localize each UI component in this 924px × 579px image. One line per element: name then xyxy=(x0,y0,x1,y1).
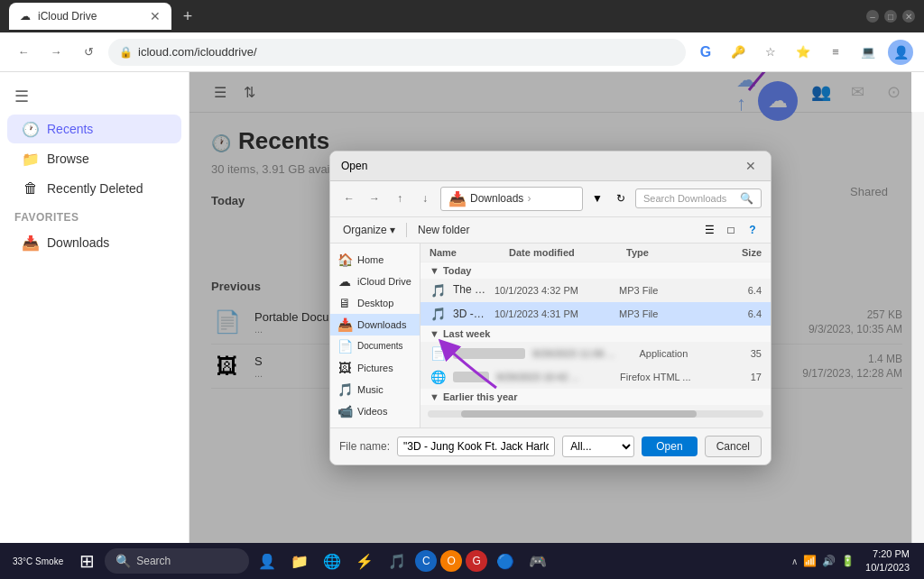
sidebar-item-recents[interactable]: 🕐 Recents xyxy=(7,115,181,143)
dialog-left-icloud[interactable]: ☁ iCloud Drive xyxy=(330,271,420,292)
blurred-row-2[interactable]: 🌐 9/29/2023 10:42 ... Firefox HTML ... 1… xyxy=(420,365,771,389)
left-downloads-label: Downloads xyxy=(357,319,406,330)
mp3-icon-1: 🎵 xyxy=(430,282,446,299)
sidebar-item-browse-label: Browse xyxy=(47,152,89,166)
close-window-button[interactable]: ✕ xyxy=(902,10,915,23)
dialog-file-row-1[interactable]: 🎵 The Rose (더로즈) – You're Beautif... 10/… xyxy=(420,279,771,302)
taskbar-game-icon[interactable]: 🎮 xyxy=(523,547,552,575)
tab-menu-icon[interactable]: ≡ xyxy=(823,40,848,65)
dialog-cancel-button[interactable]: Cancel xyxy=(705,436,762,457)
dialog-refresh-button[interactable]: ↻ xyxy=(612,189,630,207)
taskbar-search[interactable]: 🔍 Search xyxy=(105,548,249,574)
address-bar[interactable]: 🔒 icloud.com/iclouddrive/ xyxy=(108,39,686,66)
browse-icon: 📁 xyxy=(22,150,40,168)
taskbar-music-icon[interactable]: 🎵 xyxy=(383,547,411,575)
tray-battery[interactable]: 🔋 xyxy=(841,555,855,567)
videos-icon: 📹 xyxy=(337,404,352,418)
sidebar-item-browse[interactable]: 📁 Browse xyxy=(7,144,181,173)
new-folder-button[interactable]: New folder xyxy=(414,222,473,238)
dialog-file-row-2[interactable]: 🎵 3D - Jung Kook Ft. Jack Harlow (T... 1… xyxy=(420,302,771,326)
dialog-left-panel: 🏠 Home ☁ iCloud Drive 🖥 Desktop xyxy=(330,244,420,427)
col-date-header: Date modified xyxy=(509,247,626,258)
scrollbar[interactable] xyxy=(911,112,924,543)
left-home-label: Home xyxy=(357,254,383,265)
dialog-left-home[interactable]: 🏠 Home xyxy=(330,249,420,271)
filename-input[interactable] xyxy=(397,437,555,456)
tab-bar: ☁ iCloud Drive ✕ + – □ ✕ xyxy=(0,0,924,32)
sidebar-item-recently-deleted-label: Recently Deleted xyxy=(47,181,143,196)
taskbar-chrome-icon[interactable]: 🔵 xyxy=(491,547,520,575)
taskbar-edge-icon[interactable]: 🌐 xyxy=(318,547,346,575)
active-tab[interactable]: ☁ iCloud Drive ✕ xyxy=(9,3,171,30)
dialog-nav: ← → ↑ ↓ 📥 Downloads › ▼ ↻ Search Downloa… xyxy=(330,181,771,217)
clock: 7:20 PM 10/1/2023 xyxy=(858,547,917,575)
star-icon[interactable]: ⭐ xyxy=(790,40,816,65)
dialog-path-expand[interactable]: ▼ xyxy=(588,189,606,207)
tab-title: iCloud Drive xyxy=(38,10,97,23)
last-week-section-header: ▼ Last week xyxy=(420,326,771,342)
refresh-button[interactable]: ↺ xyxy=(76,40,101,65)
dialog-left-videos[interactable]: 📹 Videos xyxy=(330,400,420,422)
taskbar-blue-circle[interactable]: C xyxy=(415,550,437,572)
dialog-left-pictures[interactable]: 🖼 Pictures xyxy=(330,357,420,379)
dialog-path-arrow: › xyxy=(527,192,531,205)
dialog-left-downloads[interactable]: 📥 Downloads xyxy=(330,314,420,335)
documents-icon: 📄 xyxy=(337,339,352,354)
taskbar-yellow-circle[interactable]: O xyxy=(440,550,462,572)
taskbar-person-icon[interactable]: 👤 xyxy=(253,547,282,575)
forward-button[interactable]: → xyxy=(43,40,69,65)
dialog-recent-button[interactable]: ↓ xyxy=(415,188,435,208)
dialog-path-label: Downloads xyxy=(470,192,523,205)
view-details-icon[interactable]: ☰ xyxy=(700,221,718,239)
dialog-path[interactable]: 📥 Downloads › xyxy=(440,187,583,211)
dialog-open-button[interactable]: Open xyxy=(642,437,697,456)
taskbar-folder-icon[interactable]: 📁 xyxy=(285,547,314,575)
view-toggle-icon[interactable]: □ xyxy=(722,221,740,239)
device-icon[interactable]: 💻 xyxy=(855,40,881,65)
dialog-title: Open xyxy=(341,160,367,172)
tray-wifi[interactable]: 📶 xyxy=(803,555,817,567)
dialog-left-music[interactable]: 🎵 Music xyxy=(330,379,420,400)
dialog-left-desktop[interactable]: 🖥 Desktop xyxy=(330,292,420,314)
back-button[interactable]: ← xyxy=(11,40,36,65)
downloads-icon: 📥 xyxy=(22,234,40,252)
dialog-titlebar: Open ✕ xyxy=(330,152,771,181)
left-pictures-label: Pictures xyxy=(357,363,393,373)
dialog-forward-button[interactable]: → xyxy=(365,188,384,208)
dialog-left-documents[interactable]: 📄 Documents xyxy=(330,335,420,357)
dialog-search-placeholder: Search Downloads xyxy=(643,193,726,204)
sidebar-toggle[interactable]: ☰ xyxy=(0,79,189,114)
blurred-row-1[interactable]: 📄 9/29/2023 11:06 ... Application 35 xyxy=(420,342,771,365)
sidebar-item-recently-deleted[interactable]: 🗑 Recently Deleted xyxy=(7,174,181,203)
filename-label: File name: xyxy=(339,440,390,453)
organize-button[interactable]: Organize ▾ xyxy=(339,222,399,238)
horizontal-scrollbar[interactable] xyxy=(420,405,771,423)
search-placeholder: Search xyxy=(136,555,171,567)
filetype-select[interactable]: All... xyxy=(562,436,634,457)
sidebar-item-downloads[interactable]: 📥 Downloads xyxy=(7,228,181,257)
minimize-button[interactable]: – xyxy=(866,10,879,23)
bookmark-icon[interactable]: ☆ xyxy=(758,40,783,65)
dialog-close-button[interactable]: ✕ xyxy=(742,157,760,175)
dialog-up-button[interactable]: ↑ xyxy=(390,188,410,208)
tray-speaker[interactable]: 🔊 xyxy=(822,555,836,567)
tab-close-button[interactable]: ✕ xyxy=(150,9,161,23)
dialog-toolbar: Organize ▾ New folder ☰ □ ? xyxy=(330,217,771,244)
dialog-search-box[interactable]: Search Downloads 🔍 xyxy=(635,188,762,208)
maximize-button[interactable]: □ xyxy=(884,10,897,23)
today-section-header: ▼ Today xyxy=(420,262,771,279)
google-icon[interactable]: G xyxy=(693,40,718,65)
new-tab-button[interactable]: + xyxy=(175,4,200,29)
left-videos-label: Videos xyxy=(357,406,387,417)
taskbar-lightning-icon[interactable]: ⚡ xyxy=(350,547,379,575)
help-icon[interactable]: ? xyxy=(744,221,762,239)
start-button[interactable]: ⊞ xyxy=(72,547,101,575)
dialog-back-button[interactable]: ← xyxy=(339,188,359,208)
taskbar-red-circle[interactable]: G xyxy=(466,550,487,572)
key-icon[interactable]: 🔑 xyxy=(725,40,751,65)
search-icon: 🔍 xyxy=(116,554,131,568)
profile-avatar[interactable]: 👤 xyxy=(888,40,913,65)
tray-arrow[interactable]: ∧ xyxy=(791,556,798,566)
weather-widget: 33°C Smoke xyxy=(7,556,69,567)
recently-deleted-icon: 🗑 xyxy=(22,179,40,198)
